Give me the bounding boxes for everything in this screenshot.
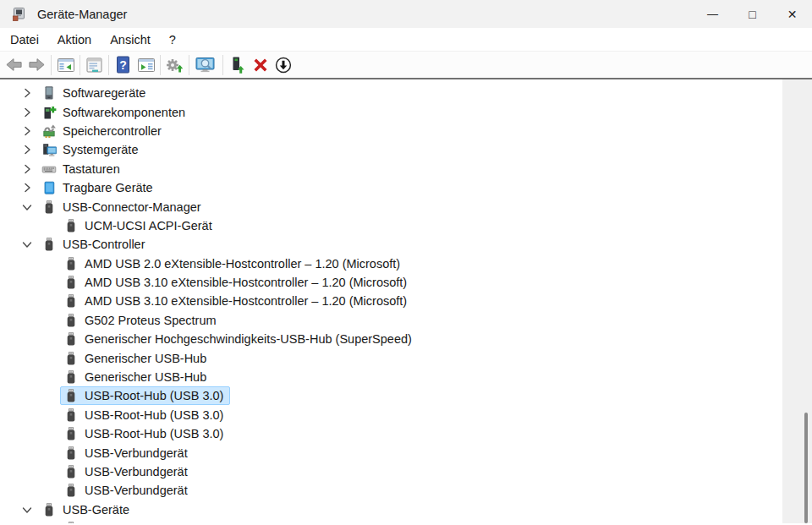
device-tree-panel: SoftwaregeräteSoftwarekomponentenSpeiche… <box>0 79 812 523</box>
update-driver-button[interactable] <box>163 53 186 76</box>
tree-item[interactable]: Generischer Hochgeschwindigkeits-USB-Hub… <box>0 330 812 348</box>
minimize-button[interactable]: — <box>693 0 732 28</box>
tree-item-content[interactable]: USB-Connector-Manager <box>38 198 208 216</box>
tree-item-label: Tragbare Geräte <box>63 181 153 194</box>
tree-item-content[interactable]: Generischer USB-Hub <box>60 368 213 386</box>
usb-icon <box>63 426 79 441</box>
tree-item[interactable] <box>0 519 812 523</box>
tree-item-content[interactable]: AMD USB 3.10 eXtensible-Hostcontroller –… <box>60 292 414 310</box>
tree-item-content[interactable]: USB-Controller <box>38 235 152 254</box>
show-console-tree-button[interactable] <box>54 53 77 76</box>
tree-item[interactable]: Systemgeräte <box>0 140 812 159</box>
window-title: Geräte-Manager <box>37 8 127 21</box>
tree-item[interactable]: AMD USB 3.10 eXtensible-Hostcontroller –… <box>0 292 812 310</box>
tree-item[interactable]: USB-Geräte <box>0 500 812 519</box>
tree-item[interactable]: Tastaturen <box>0 160 812 178</box>
tree-item[interactable]: UCM-UCSI ACPI-Gerät <box>0 216 812 235</box>
uninstall-device-button[interactable] <box>249 53 272 76</box>
chevron-right-icon[interactable] <box>20 143 34 156</box>
maximize-button[interactable]: □ <box>732 0 772 28</box>
tree-item[interactable]: USB-Verbundgerät <box>0 481 812 500</box>
chevron-right-icon[interactable] <box>20 162 34 176</box>
chevron-down-icon[interactable] <box>20 238 34 251</box>
chevron-down-icon[interactable] <box>20 503 34 517</box>
tree-item[interactable]: Tragbare Geräte <box>0 178 812 197</box>
chevron-right-icon[interactable] <box>20 181 34 194</box>
tree-item[interactable]: Speichercontroller <box>0 122 812 140</box>
tree-item-content[interactable]: Softwarekomponenten <box>38 103 192 122</box>
tree-item[interactable]: AMD USB 3.10 eXtensible-Hostcontroller –… <box>0 273 812 292</box>
toolbar-separator <box>222 55 223 75</box>
tree-item[interactable]: USB-Connector-Manager <box>0 197 812 216</box>
tree-item-content[interactable]: AMD USB 3.10 eXtensible-Hostcontroller –… <box>60 273 414 292</box>
tree-item-selected[interactable]: USB-Root-Hub (USB 3.0) <box>60 386 230 405</box>
tree-item-content[interactable]: USB-Verbundgerät <box>60 462 195 481</box>
tree-item-content[interactable]: USB-Root-Hub (USB 3.0) <box>60 406 230 424</box>
usb-icon <box>63 313 79 328</box>
tree-item-label: AMD USB 3.10 eXtensible-Hostcontroller –… <box>85 294 407 308</box>
arrow-right-icon <box>28 56 46 74</box>
tree-item[interactable]: Generischer USB-Hub <box>0 368 812 386</box>
usb-icon <box>41 237 57 252</box>
scrollbar-track[interactable] <box>782 79 812 523</box>
menu-aktion[interactable]: Aktion <box>48 28 101 51</box>
tree-item[interactable]: Generischer USB-Hub <box>0 348 812 367</box>
device-up-arrow-icon <box>228 56 247 74</box>
menu-hilfe[interactable]: ? <box>160 28 185 51</box>
tree-item-label: Speichercontroller <box>63 124 162 138</box>
tree-item[interactable]: USB-Verbundgerät <box>0 462 812 481</box>
tree-item[interactable]: Softwarekomponenten <box>0 102 812 121</box>
tree-item-content[interactable]: USB-Geräte <box>38 500 136 519</box>
help-button[interactable]: ? <box>112 53 134 76</box>
menu-bar: DateiAktionAnsicht? <box>0 28 812 52</box>
svg-text:?: ? <box>119 58 127 72</box>
tree-item-content[interactable]: Generischer Hochgeschwindigkeits-USB-Hub… <box>60 330 419 348</box>
tree-item[interactable]: USB-Verbundgerät <box>0 443 812 462</box>
tree-item-content[interactable]: USB-Root-Hub (USB 3.0) <box>60 424 230 443</box>
menu-datei[interactable]: Datei <box>1 28 48 51</box>
tree-item-content[interactable]: G502 Proteus Spectrum <box>60 311 223 330</box>
menu-ansicht[interactable]: Ansicht <box>101 28 160 51</box>
toolbar-separator <box>189 55 189 75</box>
tree-item-label: Softwaregeräte <box>63 86 145 100</box>
tree-item-content[interactable]: Tragbare Geräte <box>38 178 160 197</box>
tree-item-content[interactable] <box>60 519 91 523</box>
chevron-down-icon[interactable] <box>20 200 34 214</box>
tree-item[interactable]: USB-Root-Hub (USB 3.0) <box>0 424 812 443</box>
tree-item[interactable]: Softwaregeräte <box>0 84 812 102</box>
red-x-icon <box>251 56 270 74</box>
disable-device-button[interactable] <box>272 53 294 76</box>
tree-item-content[interactable]: UCM-UCSI ACPI-Gerät <box>60 216 219 235</box>
tree-item-label: Tastaturen <box>63 162 120 176</box>
usb-icon <box>63 369 79 385</box>
show-action-pane-button[interactable] <box>134 53 157 76</box>
usb-icon <box>63 331 79 347</box>
back-button[interactable] <box>3 53 25 76</box>
tree-item-content[interactable]: USB-Verbundgerät <box>60 444 195 462</box>
tree-item[interactable]: AMD USB 2.0 eXtensible-Hostcontroller – … <box>0 254 812 273</box>
tree-item-content[interactable]: Tastaturen <box>38 160 127 178</box>
tree-item-content[interactable]: Systemgeräte <box>38 140 145 159</box>
tree-item-content[interactable]: USB-Verbundgerät <box>60 481 195 500</box>
chevron-right-icon[interactable] <box>20 86 34 100</box>
scrollbar-thumb[interactable] <box>804 413 808 523</box>
chevron-right-icon[interactable] <box>20 124 34 138</box>
chevron-right-icon[interactable] <box>20 106 34 119</box>
tree-item-content[interactable]: AMD USB 2.0 eXtensible-Hostcontroller – … <box>60 254 407 273</box>
tree-item-content[interactable]: Softwaregeräte <box>38 84 152 102</box>
usb-icon <box>63 351 79 366</box>
close-button[interactable]: ✕ <box>772 0 812 28</box>
update-driver-software-button[interactable] <box>226 53 249 76</box>
device-tree: SoftwaregeräteSoftwarekomponentenSpeiche… <box>0 79 812 523</box>
usb-icon <box>63 483 79 498</box>
tree-item-content[interactable]: Speichercontroller <box>38 122 168 140</box>
tree-item[interactable]: USB-Root-Hub (USB 3.0) <box>0 386 812 405</box>
properties-button[interactable] <box>83 53 106 76</box>
scan-hardware-changes-button[interactable] <box>192 53 220 76</box>
tree-item[interactable]: USB-Root-Hub (USB 3.0) <box>0 406 812 424</box>
tree-item[interactable]: G502 Proteus Spectrum <box>0 311 812 330</box>
tree-item[interactable]: USB-Controller <box>0 235 812 254</box>
tree-item-label: Softwarekomponenten <box>63 106 185 119</box>
forward-button[interactable] <box>25 53 48 76</box>
tree-item-content[interactable]: Generischer USB-Hub <box>60 349 213 368</box>
